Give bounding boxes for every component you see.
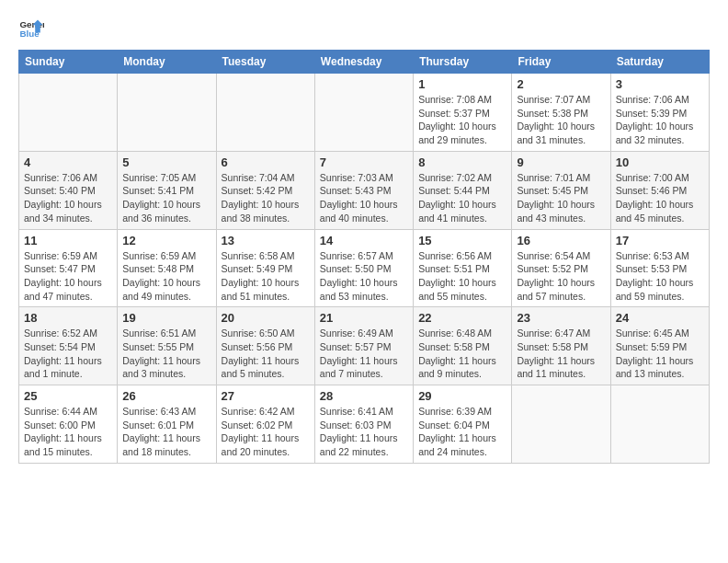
day-number: 14 — [320, 234, 408, 247]
calendar-cell — [19, 74, 118, 152]
day-number: 16 — [517, 234, 605, 247]
calendar-header-row: SundayMondayTuesdayWednesdayThursdayFrid… — [19, 51, 710, 74]
calendar-cell: 20Sunrise: 6:50 AMSunset: 5:56 PMDayligh… — [216, 307, 314, 385]
day-info: Sunrise: 7:03 AMSunset: 5:43 PMDaylight:… — [320, 171, 408, 225]
calendar-cell: 25Sunrise: 6:44 AMSunset: 6:00 PMDayligh… — [19, 385, 118, 464]
calendar-cell: 4Sunrise: 7:06 AMSunset: 5:40 PMDaylight… — [19, 151, 118, 229]
day-number: 25 — [24, 389, 112, 403]
calendar-cell: 9Sunrise: 7:01 AMSunset: 5:45 PMDaylight… — [512, 151, 610, 229]
calendar-cell: 16Sunrise: 6:54 AMSunset: 5:52 PMDayligh… — [512, 229, 610, 307]
calendar-cell: 1Sunrise: 7:08 AMSunset: 5:37 PMDaylight… — [414, 74, 512, 152]
day-info: Sunrise: 6:59 AMSunset: 5:48 PMDaylight:… — [122, 249, 210, 304]
calendar-cell: 26Sunrise: 6:43 AMSunset: 6:01 PMDayligh… — [118, 385, 216, 464]
calendar-cell: 6Sunrise: 7:04 AMSunset: 5:42 PMDaylight… — [216, 151, 314, 229]
day-number: 22 — [418, 311, 506, 325]
day-number: 11 — [24, 234, 112, 247]
calendar-cell: 8Sunrise: 7:02 AMSunset: 5:44 PMDaylight… — [414, 151, 512, 229]
week-row-1: 1Sunrise: 7:08 AMSunset: 5:37 PMDaylight… — [19, 74, 710, 152]
column-header-friday: Friday — [512, 51, 610, 74]
calendar-cell: 23Sunrise: 6:47 AMSunset: 5:58 PMDayligh… — [512, 307, 610, 385]
day-info: Sunrise: 7:00 AMSunset: 5:46 PMDaylight:… — [616, 171, 704, 225]
day-number: 23 — [517, 311, 605, 325]
day-info: Sunrise: 7:06 AMSunset: 5:40 PMDaylight:… — [24, 171, 112, 225]
calendar-cell: 21Sunrise: 6:49 AMSunset: 5:57 PMDayligh… — [314, 307, 413, 385]
day-info: Sunrise: 7:04 AMSunset: 5:42 PMDaylight:… — [222, 171, 310, 225]
day-info: Sunrise: 7:01 AMSunset: 5:45 PMDaylight:… — [517, 171, 605, 225]
column-header-saturday: Saturday — [610, 51, 709, 74]
column-header-sunday: Sunday — [19, 51, 118, 74]
day-number: 7 — [320, 155, 408, 169]
day-info: Sunrise: 7:08 AMSunset: 5:37 PMDaylight:… — [418, 93, 506, 147]
logo-icon: General Blue — [18, 15, 44, 40]
day-number: 29 — [418, 389, 506, 403]
day-number: 9 — [517, 155, 605, 169]
day-number: 21 — [320, 311, 408, 325]
day-number: 26 — [122, 389, 210, 403]
day-info: Sunrise: 7:06 AMSunset: 5:39 PMDaylight:… — [616, 93, 704, 147]
calendar-cell: 19Sunrise: 6:51 AMSunset: 5:55 PMDayligh… — [118, 307, 216, 385]
calendar-cell: 5Sunrise: 7:05 AMSunset: 5:41 PMDaylight… — [118, 151, 216, 229]
week-row-5: 25Sunrise: 6:44 AMSunset: 6:00 PMDayligh… — [19, 385, 710, 464]
calendar-cell: 13Sunrise: 6:58 AMSunset: 5:49 PMDayligh… — [216, 229, 314, 307]
calendar-table: SundayMondayTuesdayWednesdayThursdayFrid… — [18, 50, 710, 464]
day-number: 18 — [24, 311, 112, 325]
day-info: Sunrise: 7:02 AMSunset: 5:44 PMDaylight:… — [418, 171, 506, 225]
column-header-tuesday: Tuesday — [216, 51, 314, 74]
calendar-cell — [216, 74, 314, 152]
week-row-3: 11Sunrise: 6:59 AMSunset: 5:47 PMDayligh… — [19, 229, 710, 307]
day-info: Sunrise: 6:53 AMSunset: 5:53 PMDaylight:… — [616, 249, 704, 304]
day-info: Sunrise: 7:05 AMSunset: 5:41 PMDaylight:… — [122, 171, 210, 225]
day-number: 3 — [616, 77, 704, 91]
day-info: Sunrise: 6:49 AMSunset: 5:57 PMDaylight:… — [320, 327, 408, 381]
day-number: 8 — [418, 155, 506, 169]
day-number: 27 — [222, 389, 310, 403]
column-header-monday: Monday — [118, 51, 216, 74]
day-number: 12 — [122, 234, 210, 247]
day-number: 4 — [24, 155, 112, 169]
calendar-cell — [610, 385, 709, 464]
day-number: 5 — [122, 155, 210, 169]
calendar-cell: 2Sunrise: 7:07 AMSunset: 5:38 PMDaylight… — [512, 74, 610, 152]
day-info: Sunrise: 6:57 AMSunset: 5:50 PMDaylight:… — [320, 249, 408, 304]
day-info: Sunrise: 6:56 AMSunset: 5:51 PMDaylight:… — [418, 249, 506, 304]
column-header-thursday: Thursday — [414, 51, 512, 74]
day-info: Sunrise: 6:59 AMSunset: 5:47 PMDaylight:… — [24, 249, 112, 304]
calendar-cell: 14Sunrise: 6:57 AMSunset: 5:50 PMDayligh… — [314, 229, 413, 307]
day-number: 6 — [222, 155, 310, 169]
day-info: Sunrise: 6:54 AMSunset: 5:52 PMDaylight:… — [517, 249, 605, 304]
day-info: Sunrise: 6:42 AMSunset: 6:02 PMDaylight:… — [222, 405, 310, 459]
day-number: 2 — [517, 77, 605, 91]
day-number: 19 — [122, 311, 210, 325]
day-info: Sunrise: 7:07 AMSunset: 5:38 PMDaylight:… — [517, 93, 605, 147]
day-info: Sunrise: 6:39 AMSunset: 6:04 PMDaylight:… — [418, 405, 506, 459]
calendar-cell: 22Sunrise: 6:48 AMSunset: 5:58 PMDayligh… — [414, 307, 512, 385]
day-number: 20 — [222, 311, 310, 325]
calendar-cell: 12Sunrise: 6:59 AMSunset: 5:48 PMDayligh… — [118, 229, 216, 307]
calendar-cell: 29Sunrise: 6:39 AMSunset: 6:04 PMDayligh… — [414, 385, 512, 464]
calendar-cell: 17Sunrise: 6:53 AMSunset: 5:53 PMDayligh… — [610, 229, 709, 307]
day-number: 28 — [320, 389, 408, 403]
calendar-cell: 15Sunrise: 6:56 AMSunset: 5:51 PMDayligh… — [414, 229, 512, 307]
column-header-wednesday: Wednesday — [314, 51, 413, 74]
calendar-cell — [512, 385, 610, 464]
calendar-cell: 28Sunrise: 6:41 AMSunset: 6:03 PMDayligh… — [314, 385, 413, 464]
day-info: Sunrise: 6:58 AMSunset: 5:49 PMDaylight:… — [222, 249, 310, 304]
page-header: General Blue — [18, 15, 710, 40]
calendar-cell — [118, 74, 216, 152]
day-info: Sunrise: 6:52 AMSunset: 5:54 PMDaylight:… — [24, 327, 112, 381]
day-info: Sunrise: 6:45 AMSunset: 5:59 PMDaylight:… — [616, 327, 704, 381]
day-number: 17 — [616, 234, 704, 247]
calendar-cell: 27Sunrise: 6:42 AMSunset: 6:02 PMDayligh… — [216, 385, 314, 464]
day-number: 15 — [418, 234, 506, 247]
day-number: 13 — [222, 234, 310, 247]
calendar-cell: 11Sunrise: 6:59 AMSunset: 5:47 PMDayligh… — [19, 229, 118, 307]
calendar-cell: 18Sunrise: 6:52 AMSunset: 5:54 PMDayligh… — [19, 307, 118, 385]
day-info: Sunrise: 6:50 AMSunset: 5:56 PMDaylight:… — [222, 327, 310, 381]
day-info: Sunrise: 6:44 AMSunset: 6:00 PMDaylight:… — [24, 405, 112, 459]
calendar-cell: 7Sunrise: 7:03 AMSunset: 5:43 PMDaylight… — [314, 151, 413, 229]
day-info: Sunrise: 6:48 AMSunset: 5:58 PMDaylight:… — [418, 327, 506, 381]
day-info: Sunrise: 6:41 AMSunset: 6:03 PMDaylight:… — [320, 405, 408, 459]
week-row-4: 18Sunrise: 6:52 AMSunset: 5:54 PMDayligh… — [19, 307, 710, 385]
calendar-cell: 3Sunrise: 7:06 AMSunset: 5:39 PMDaylight… — [610, 74, 709, 152]
day-info: Sunrise: 6:51 AMSunset: 5:55 PMDaylight:… — [122, 327, 210, 381]
